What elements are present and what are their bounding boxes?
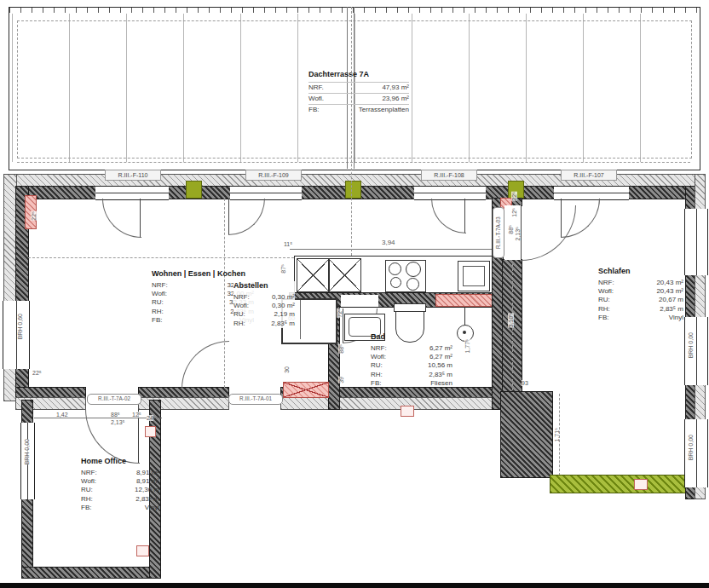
window-label-f108-text: R.III.-F-108 — [434, 172, 464, 178]
shaft-box — [283, 382, 329, 398]
room-stat-row: NRF:20,43 m² — [598, 279, 683, 287]
room-title-homeoffice: Home Office — [81, 457, 159, 467]
window-label-f107-text: R.III.-F-107 — [574, 172, 603, 178]
dim-kitchen-off: 11⁵ — [284, 241, 292, 247]
room-title-schlafen: Schlafen — [598, 267, 683, 277]
terrace-stats: NRF.47,93 m²Wofl.23,96 m²FB:Terrassenpla… — [308, 82, 409, 115]
window-right-top — [684, 209, 708, 275]
door-arc — [102, 199, 141, 238]
dim-off-width: 1,42 — [56, 412, 68, 418]
room-stat-row: RH:2,83⁵ m — [371, 371, 452, 379]
dim-wall-a: 22⁵ — [31, 211, 37, 221]
bedroom-door-leaf — [521, 205, 522, 260]
terrace-title: Dachterrasse 7A — [308, 70, 409, 80]
entry-door-label: R.III.-T-7A-01 — [228, 394, 283, 405]
brh-right-a-label: BRH 0,00 — [688, 332, 694, 358]
column-marker — [187, 182, 201, 198]
kitchen-cabinet-x — [328, 258, 361, 292]
room-stat-row: RU:2,19 m — [233, 310, 295, 319]
dim-off-jamb: 12⁵ — [132, 412, 141, 418]
window-label-f108: R.III.-F-108 — [421, 170, 477, 181]
room-stat-row: Wofl:0,30 m² — [233, 302, 295, 310]
room-stat-row: FB:Vinyl — [598, 314, 683, 322]
dim-line — [34, 418, 162, 418]
room-stat-row: Wofl:6,27 m² — [371, 353, 452, 361]
room-stats-homeoffice: NRF:8,91 m²Wofl:8,91 m²RU:12,36 mRH:2,83… — [81, 469, 159, 513]
floor-plan: Dachterrasse 7A NRF.47,93 m²Wofl.23,96 m… — [0, 0, 709, 588]
room-stats-bad: NRF:6,27 m²Wofl:6,27 m²RU:10,56 mRH:2,83… — [371, 344, 452, 389]
room-stat-row: RH:2,83⁵ m — [233, 320, 295, 328]
bedroom-door-arc — [521, 205, 576, 261]
ref-line — [559, 394, 560, 476]
wall-highlight-pink — [436, 295, 493, 306]
window-label-f110: R.III.-F-110 — [105, 170, 161, 181]
room-stat-row: FB:Terrassenplatten — [308, 104, 409, 114]
dim-schl-wall: 22⁵ — [511, 192, 517, 201]
sheet-border — [0, 583, 709, 588]
dim-corner-a: 93 — [522, 380, 528, 386]
stove-burner — [406, 278, 419, 291]
terrace-edge-green — [550, 476, 689, 493]
room-info-bad: Bad NRF:6,27 m²Wofl:6,27 m²RU:10,56 mRH:… — [371, 332, 452, 389]
wall-bottom-insulation — [281, 398, 503, 409]
room-stat-row: RH:2,83⁵ m — [598, 305, 683, 314]
room-stat-row: RU:10,56 m — [371, 361, 452, 370]
kitchen-appliance-inner — [463, 266, 485, 286]
shower-drain-dot — [463, 331, 466, 334]
dim-bad-c: 39 — [338, 377, 344, 383]
dim-schl-jamb: 12⁵ — [511, 208, 517, 217]
entry-door-label-text: R.III.-T-7A-01 — [239, 396, 272, 401]
brh-office-label: BRH 0,00 — [24, 439, 30, 464]
window-label-f110-text: R.III.-F-110 — [118, 172, 148, 178]
room-title-abstellen: Abstellen — [233, 281, 295, 291]
room-stat-row: FB:Vinyl — [81, 504, 159, 512]
ref-line — [351, 7, 352, 256]
room-stat-row: NRF.47,93 m² — [308, 82, 409, 92]
bedroom-door-label: R.III.-T-7A-03 — [493, 207, 504, 258]
window-label-f109: R.III.-F-109 — [245, 170, 302, 181]
kitchen-cabinet-x — [297, 258, 330, 292]
dim-off-door-h: 2,13⁵ — [111, 419, 125, 425]
dim-shaft: 30 — [284, 366, 290, 373]
window-label-f107: R.III.-F-107 — [561, 170, 617, 181]
door-leaf — [140, 199, 141, 237]
socket-box — [634, 479, 648, 490]
bedroom-door-label-text: R.III.-T-7A-03 — [496, 216, 501, 249]
room-stat-row: NRF:8,91 m² — [81, 469, 159, 477]
ref-line — [28, 257, 294, 258]
office-door-label-text: R.III.-T-7A-02 — [98, 396, 130, 401]
terrace-info: Dachterrasse 7A NRF.47,93 m²Wofl.23,96 m… — [308, 70, 409, 115]
socket-box — [401, 406, 414, 417]
bad-door-leaf — [343, 308, 343, 343]
room-stat-row: Wofl:8,91 m² — [81, 477, 159, 486]
room-stat-row: RH:2,83⁵ m — [81, 495, 159, 504]
room-stat-row: FB:Fliesen — [371, 379, 452, 388]
room-info-abstellen: Abstellen NRF:0,30 m²Wofl:0,30 m²RU:2,19… — [233, 281, 295, 328]
dim-shower: 1,77⁵ — [464, 339, 470, 354]
room-title-bad: Bad — [371, 332, 452, 343]
toilet-tank — [394, 303, 426, 312]
dim-line — [290, 249, 498, 250]
window-label-f109-text: R.III.-F-109 — [258, 172, 288, 178]
bad-door-gap — [341, 295, 378, 307]
door-leaf — [228, 199, 229, 234]
room-stat-row: Wofl:20,43 m² — [598, 287, 683, 296]
room-info-schlafen: Schlafen NRF:20,43 m²Wofl:20,43 m²RU:20,… — [598, 267, 683, 323]
door-leaf — [464, 199, 465, 233]
room-stats-schlafen: NRF:20,43 m²Wofl:20,43 m²RU:20,67 mRH:2,… — [598, 279, 683, 323]
door-arc — [228, 199, 265, 235]
wall-bottom-structure — [16, 388, 85, 398]
room-stat-row: Wofl.23,96 m² — [308, 93, 409, 103]
dim-off-door: 88⁵ — [111, 412, 120, 418]
room-stat-row: NRF:6,27 m² — [371, 344, 452, 353]
door-arc — [431, 199, 466, 233]
dim-counter-depth: 87⁵ — [280, 264, 286, 274]
dim-bad-a: 72⁵ — [337, 308, 343, 318]
room-info-homeoffice: Home Office NRF:8,91 m²Wofl:8,91 m²RU:12… — [81, 457, 159, 513]
stove-burner — [389, 262, 401, 275]
brh-right-b-label: BRH 0,00 — [688, 435, 694, 460]
office-wall-bottom — [22, 568, 160, 578]
column-marker — [346, 182, 360, 198]
dim-schl-door: 88⁵ — [508, 225, 514, 234]
room-stats-abstellen: NRF:0,30 m²Wofl:0,30 m²RU:2,19 mRH:2,83⁵… — [233, 293, 295, 329]
